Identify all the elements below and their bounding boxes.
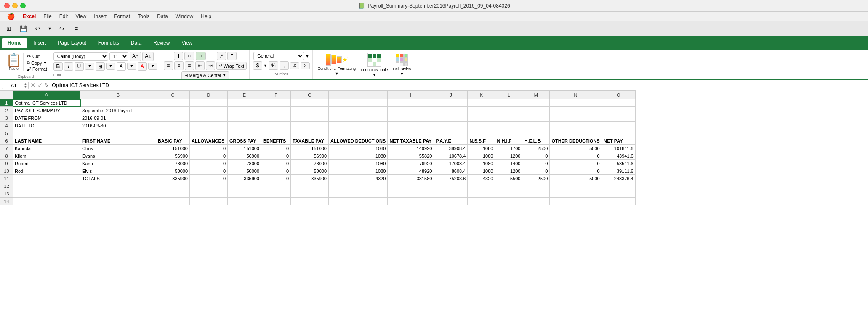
cell-A5[interactable]	[13, 129, 80, 137]
cell-D12[interactable]	[190, 182, 228, 190]
cell-N14[interactable]	[550, 198, 602, 205]
cell-C5[interactable]	[156, 129, 190, 137]
file-menu[interactable]: File	[40, 13, 55, 20]
cell-O9[interactable]: 58511.6	[602, 160, 635, 167]
cell-I5[interactable]	[388, 129, 434, 137]
row-header-2[interactable]: 2	[0, 107, 13, 114]
cell-M8[interactable]: 0	[522, 152, 550, 160]
cell-I1[interactable]	[388, 99, 434, 107]
cell-F2[interactable]	[261, 107, 291, 114]
cell-G8[interactable]: 56900	[291, 152, 329, 160]
col-header-l[interactable]: L	[495, 91, 522, 99]
tab-page-layout[interactable]: Page Layout	[52, 38, 92, 48]
cell-B8[interactable]: Evans	[80, 152, 156, 160]
col-header-j[interactable]: J	[434, 91, 468, 99]
cell-J6[interactable]: P.A.Y.E	[434, 137, 468, 145]
cell-G14[interactable]	[291, 198, 329, 205]
cell-N5[interactable]	[550, 129, 602, 137]
cell-K3[interactable]	[468, 114, 495, 122]
help-menu[interactable]: Help	[197, 13, 215, 20]
cell-C6[interactable]: BASIC PAY	[156, 137, 190, 145]
cell-D14[interactable]	[190, 198, 228, 205]
cell-B7[interactable]: Chris	[80, 145, 156, 152]
cell-G6[interactable]: TAXABLE PAY	[291, 137, 329, 145]
cell-F4[interactable]	[261, 122, 291, 129]
cell-N13[interactable]	[550, 190, 602, 198]
cell-B3[interactable]: 2016-09-01	[80, 114, 156, 122]
cell-K13[interactable]	[468, 190, 495, 198]
row-header-6[interactable]: 6	[0, 137, 13, 145]
col-header-c[interactable]: C	[156, 91, 190, 99]
align-middle-btn[interactable]: ↔	[184, 52, 194, 60]
cell-O11[interactable]: 243376.4	[602, 175, 635, 182]
cell-J3[interactable]	[434, 114, 468, 122]
fill-color-btn[interactable]: A	[117, 62, 126, 71]
close-button[interactable]	[4, 3, 10, 8]
orientation-btn[interactable]: ↗	[217, 52, 226, 60]
cell-N3[interactable]	[550, 114, 602, 122]
cell-L13[interactable]	[495, 190, 522, 198]
cell-C1[interactable]	[156, 99, 190, 107]
col-header-a[interactable]: A	[13, 91, 80, 99]
font-size-selector[interactable]: 11	[109, 52, 128, 61]
cell-D8[interactable]: 0	[190, 152, 228, 160]
tab-review[interactable]: Review	[147, 38, 176, 48]
cell-N4[interactable]	[550, 122, 602, 129]
cell-D2[interactable]	[190, 107, 228, 114]
cell-E13[interactable]	[228, 190, 261, 198]
italic-btn[interactable]: I	[64, 62, 73, 71]
cell-H6[interactable]: ALLOWED DEDUCTIONS	[329, 137, 388, 145]
align-center-btn[interactable]: ≡	[174, 61, 184, 70]
col-header-f[interactable]: F	[261, 91, 291, 99]
save-button[interactable]: 💾	[18, 23, 29, 34]
cell-F13[interactable]	[261, 190, 291, 198]
cell-K11[interactable]: 4320	[468, 175, 495, 182]
cell-ref-arrows[interactable]: ▲ ▼	[24, 82, 27, 88]
cell-G3[interactable]	[291, 114, 329, 122]
cell-I7[interactable]: 149920	[388, 145, 434, 152]
row-header-12[interactable]: 12	[0, 182, 13, 190]
cell-N1[interactable]	[550, 99, 602, 107]
row-header-14[interactable]: 14	[0, 198, 13, 205]
cell-B4[interactable]: 2016-09-30	[80, 122, 156, 129]
cell-A14[interactable]	[13, 198, 80, 205]
cell-A8[interactable]: Kilomi	[13, 152, 80, 160]
insert-menu[interactable]: Insert	[91, 13, 110, 20]
row-header-11[interactable]: 11	[0, 175, 13, 182]
cell-K9[interactable]: 1080	[468, 160, 495, 167]
cell-K2[interactable]	[468, 107, 495, 114]
col-header-i[interactable]: I	[388, 91, 434, 99]
cell-C7[interactable]: 151000	[156, 145, 190, 152]
cell-D11[interactable]: 0	[190, 175, 228, 182]
cell-K10[interactable]: 1080	[468, 167, 495, 175]
cell-H7[interactable]: 1080	[329, 145, 388, 152]
cell-styles-dropdown[interactable]: ▼	[400, 72, 404, 76]
tab-home[interactable]: Home	[2, 38, 27, 48]
cell-L3[interactable]	[495, 114, 522, 122]
tab-data[interactable]: Data	[125, 38, 147, 48]
comma-btn[interactable]: ,	[280, 61, 289, 70]
cell-L8[interactable]: 1200	[495, 152, 522, 160]
cancel-formula-btn[interactable]: ✕	[30, 82, 36, 89]
font-color-btn[interactable]: A	[138, 62, 147, 71]
cell-D7[interactable]: 0	[190, 145, 228, 152]
cell-N2[interactable]	[550, 107, 602, 114]
cell-E10[interactable]: 50000	[228, 167, 261, 175]
cell-I6[interactable]: NET TAXABLE PAY	[388, 137, 434, 145]
customize-toolbar[interactable]: ≡	[71, 23, 82, 34]
cell-B10[interactable]: Elvis	[80, 167, 156, 175]
cell-K1[interactable]	[468, 99, 495, 107]
decrease-indent-btn[interactable]: ⇤	[195, 61, 205, 70]
cell-F8[interactable]: 0	[261, 152, 291, 160]
cell-M11[interactable]: 2500	[522, 175, 550, 182]
cell-C2[interactable]	[156, 107, 190, 114]
cell-J11[interactable]: 75203.6	[434, 175, 468, 182]
cell-A12[interactable]	[13, 182, 80, 190]
cell-J13[interactable]	[434, 190, 468, 198]
cell-K6[interactable]: N.S.S.F	[468, 137, 495, 145]
cell-F12[interactable]	[261, 182, 291, 190]
cell-E12[interactable]	[228, 182, 261, 190]
cell-E11[interactable]: 335900	[228, 175, 261, 182]
cell-D1[interactable]	[190, 99, 228, 107]
number-format-dropdown[interactable]: ▼	[305, 54, 309, 58]
